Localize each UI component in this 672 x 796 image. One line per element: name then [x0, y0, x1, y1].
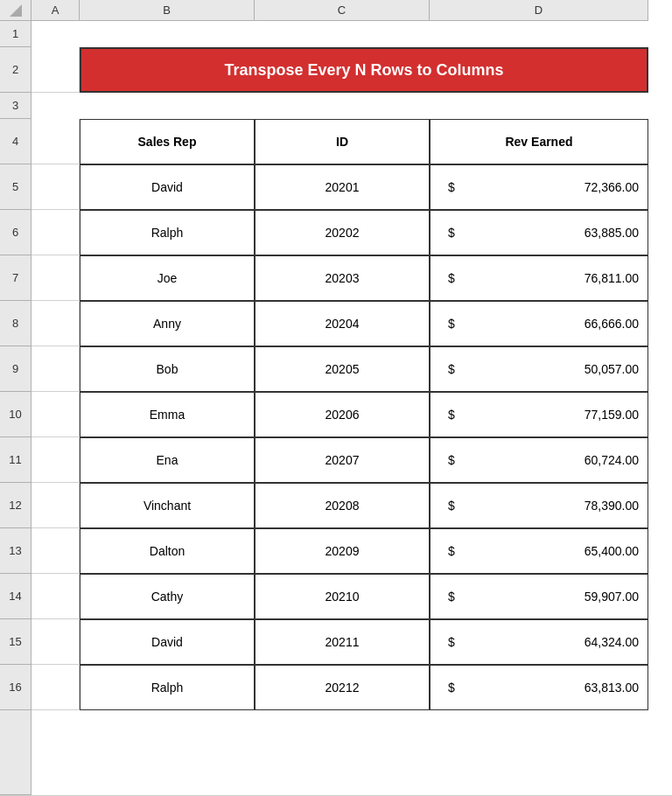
- col-header-d[interactable]: D: [430, 0, 648, 21]
- cell-9c-id[interactable]: 20205: [255, 346, 430, 392]
- col-header-b[interactable]: B: [80, 0, 255, 21]
- row-header-12[interactable]: 12: [0, 483, 32, 528]
- cell-1d[interactable]: [430, 21, 648, 47]
- dollar-sign-7: $: [430, 271, 539, 285]
- cell-6d-rev[interactable]: $ 63,885.00: [430, 210, 648, 255]
- cell-8c-id[interactable]: 20204: [255, 301, 430, 346]
- row-header-3[interactable]: 3: [0, 93, 32, 119]
- dollar-sign-11: $: [430, 453, 539, 467]
- cell-9b-name[interactable]: Bob: [80, 346, 255, 392]
- column-headers: A B C D: [0, 0, 672, 21]
- cell-10b-name[interactable]: Emma: [80, 392, 255, 437]
- row-header-14[interactable]: 14: [0, 574, 32, 619]
- rev-amount-11: 60,724.00: [539, 453, 648, 467]
- cell-3d[interactable]: [430, 93, 648, 119]
- row-header-16[interactable]: 16: [0, 665, 32, 710]
- rev-amount-13: 65,400.00: [539, 544, 648, 558]
- row-header-6[interactable]: 6: [0, 210, 32, 255]
- row-header-15[interactable]: 15: [0, 619, 32, 665]
- cell-9a[interactable]: [32, 346, 80, 392]
- cell-6b-name[interactable]: Ralph: [80, 210, 255, 255]
- cell-13a[interactable]: [32, 528, 80, 574]
- cell-5b-name[interactable]: David: [80, 164, 255, 210]
- cell-16b-name[interactable]: Ralph: [80, 665, 255, 710]
- row-3: 3: [0, 93, 672, 119]
- dollar-sign-8: $: [430, 317, 539, 331]
- cell-11c-id[interactable]: 20207: [255, 437, 430, 483]
- cell-5d-rev[interactable]: $ 72,366.00: [430, 164, 648, 210]
- cell-3b[interactable]: [80, 93, 255, 119]
- cell-10d-rev[interactable]: $ 77,159.00: [430, 392, 648, 437]
- dollar-sign-13: $: [430, 544, 539, 558]
- row-header-4[interactable]: 4: [0, 119, 32, 164]
- cell-7d-rev[interactable]: $ 76,811.00: [430, 255, 648, 301]
- dollar-sign-6: $: [430, 226, 539, 240]
- row-header-13[interactable]: 13: [0, 528, 32, 574]
- cell-6c-id[interactable]: 20202: [255, 210, 430, 255]
- cell-15d-rev[interactable]: $ 64,324.00: [430, 619, 648, 665]
- row-2: 2 Transpose Every N Rows to Columns: [0, 47, 672, 93]
- cell-12c-id[interactable]: 20208: [255, 483, 430, 528]
- row-header-extra[interactable]: [0, 710, 32, 795]
- cell-16a[interactable]: [32, 665, 80, 710]
- cell-11d-rev[interactable]: $ 60,724.00: [430, 437, 648, 483]
- cell-3a[interactable]: [32, 93, 80, 119]
- row-header-8[interactable]: 8: [0, 301, 32, 346]
- cell-15a[interactable]: [32, 619, 80, 665]
- row-header-10[interactable]: 10: [0, 392, 32, 437]
- cell-12a[interactable]: [32, 483, 80, 528]
- row-header-2[interactable]: 2: [0, 47, 32, 93]
- cell-5a[interactable]: [32, 164, 80, 210]
- cell-10c-id[interactable]: 20206: [255, 392, 430, 437]
- cell-7b-name[interactable]: Joe: [80, 255, 255, 301]
- cell-12b-name[interactable]: Vinchant: [80, 483, 255, 528]
- cell-2a[interactable]: [32, 47, 80, 93]
- row-header-11[interactable]: 11: [0, 437, 32, 483]
- spreadsheet-title: Transpose Every N Rows to Columns: [80, 47, 648, 93]
- cell-15b-name[interactable]: David: [80, 619, 255, 665]
- cell-3c[interactable]: [255, 93, 430, 119]
- cell-13d-rev[interactable]: $ 65,400.00: [430, 528, 648, 574]
- row-1: 1: [0, 21, 672, 47]
- row-12: 12 Vinchant 20208 $ 78,390.00: [0, 483, 672, 528]
- cell-7a[interactable]: [32, 255, 80, 301]
- col-header-a[interactable]: A: [32, 0, 80, 21]
- cell-9d-rev[interactable]: $ 50,057.00: [430, 346, 648, 392]
- cell-16c-id[interactable]: 20212: [255, 665, 430, 710]
- cell-14c-id[interactable]: 20210: [255, 574, 430, 619]
- cell-1a[interactable]: [32, 21, 80, 47]
- row-header-1[interactable]: 1: [0, 21, 32, 47]
- cell-1b[interactable]: [80, 21, 255, 47]
- col-header-rev-earned: Rev Earned: [430, 119, 648, 164]
- row-4: 4 Sales Rep ID Rev Earned: [0, 119, 672, 164]
- cell-10a[interactable]: [32, 392, 80, 437]
- row-14: 14 Cathy 20210 $ 59,907.00: [0, 574, 672, 619]
- cell-13b-name[interactable]: Dalton: [80, 528, 255, 574]
- col-header-c[interactable]: C: [255, 0, 430, 21]
- row-header-7[interactable]: 7: [0, 255, 32, 301]
- cell-15c-id[interactable]: 20211: [255, 619, 430, 665]
- row-header-9[interactable]: 9: [0, 346, 32, 392]
- cell-8b-name[interactable]: Anny: [80, 301, 255, 346]
- cell-14a[interactable]: [32, 574, 80, 619]
- cell-8a[interactable]: [32, 301, 80, 346]
- cell-13c-id[interactable]: 20209: [255, 528, 430, 574]
- cell-1c[interactable]: [255, 21, 430, 47]
- cell-11a[interactable]: [32, 437, 80, 483]
- cell-5c-id[interactable]: 20201: [255, 164, 430, 210]
- cell-7c-id[interactable]: 20203: [255, 255, 430, 301]
- rev-amount-8: 66,666.00: [539, 317, 648, 331]
- cell-6a[interactable]: [32, 210, 80, 255]
- cell-14b-name[interactable]: Cathy: [80, 574, 255, 619]
- cell-12d-rev[interactable]: $ 78,390.00: [430, 483, 648, 528]
- row-7: 7 Joe 20203 $ 76,811.00: [0, 255, 672, 301]
- cell-14d-rev[interactable]: $ 59,907.00: [430, 574, 648, 619]
- cell-11b-name[interactable]: Ena: [80, 437, 255, 483]
- row-10: 10 Emma 20206 $ 77,159.00: [0, 392, 672, 437]
- cell-16d-rev[interactable]: $ 63,813.00: [430, 665, 648, 710]
- row-16: 16 Ralph 20212 $ 63,813.00: [0, 665, 672, 710]
- row-header-5[interactable]: 5: [0, 164, 32, 210]
- rev-amount-5: 72,366.00: [539, 180, 648, 194]
- cell-4a[interactable]: [32, 119, 80, 164]
- cell-8d-rev[interactable]: $ 66,666.00: [430, 301, 648, 346]
